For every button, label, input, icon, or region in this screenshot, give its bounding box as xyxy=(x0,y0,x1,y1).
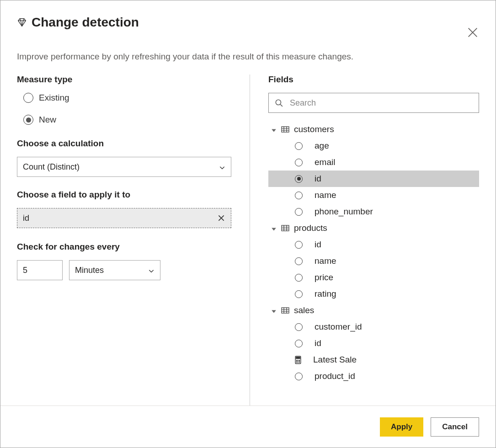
field-apply-label: Choose a field to apply it to xyxy=(17,190,231,200)
fields-search-input[interactable] xyxy=(268,93,479,113)
applied-field-box[interactable]: id xyxy=(17,208,231,228)
field-row[interactable]: customer_id xyxy=(268,319,479,335)
table-row[interactable]: customers xyxy=(268,121,479,138)
field-name: customer_id xyxy=(315,322,362,332)
field-name: age xyxy=(315,141,329,151)
table-icon xyxy=(281,225,289,231)
field-radio-icon xyxy=(295,241,303,249)
diamond-icon xyxy=(17,17,27,27)
field-name: rating xyxy=(315,289,336,299)
table-row[interactable]: products xyxy=(268,220,479,236)
field-radio-icon xyxy=(295,290,303,298)
table-name: sales xyxy=(294,305,314,315)
field-name: Latest Sale xyxy=(313,355,357,365)
radio-existing[interactable]: Existing xyxy=(23,93,231,103)
close-button[interactable] xyxy=(466,26,479,39)
dialog-subtitle: Improve performance by only refreshing y… xyxy=(17,52,479,62)
search-icon xyxy=(275,99,283,107)
expand-icon xyxy=(271,308,277,313)
svg-point-6 xyxy=(297,360,298,361)
expand-icon xyxy=(271,127,277,132)
svg-point-7 xyxy=(299,360,299,361)
calculator-icon xyxy=(295,356,301,364)
calculation-select[interactable]: Count (Distinct) xyxy=(17,157,231,177)
calculation-label: Choose a calculation xyxy=(17,139,231,149)
field-row[interactable]: price xyxy=(268,269,479,286)
field-radio-icon xyxy=(295,257,303,265)
table-row[interactable]: sales xyxy=(268,302,479,319)
fields-tree[interactable]: customersageemailidnamephone_numberprodu… xyxy=(268,121,479,405)
field-row[interactable]: id xyxy=(268,236,479,253)
dialog-title: Change detection xyxy=(32,15,139,30)
field-row[interactable]: email xyxy=(268,154,479,171)
cancel-button[interactable]: Cancel xyxy=(431,417,479,437)
table-icon xyxy=(281,307,289,314)
interval-label: Check for changes every xyxy=(17,242,231,252)
field-radio-icon xyxy=(295,159,303,166)
field-radio-icon xyxy=(295,323,303,331)
field-name: product_id xyxy=(315,371,355,381)
field-row[interactable]: phone_number xyxy=(268,203,479,220)
field-row[interactable]: rating xyxy=(268,286,479,302)
interval-value-input[interactable] xyxy=(17,260,63,280)
calculation-value: Count (Distinct) xyxy=(23,162,80,172)
table-name: customers xyxy=(294,124,334,134)
measure-type-label: Measure type xyxy=(17,75,231,85)
field-row[interactable]: name xyxy=(268,253,479,269)
field-radio-icon xyxy=(295,340,303,347)
svg-point-0 xyxy=(276,100,281,105)
svg-point-9 xyxy=(299,362,299,363)
radio-new[interactable]: New xyxy=(23,115,231,125)
clear-field-button[interactable] xyxy=(217,214,225,222)
interval-unit-select[interactable]: Minutes xyxy=(69,260,160,280)
apply-button[interactable]: Apply xyxy=(380,417,423,437)
field-row[interactable]: age xyxy=(268,138,479,154)
field-radio-icon xyxy=(295,142,303,150)
expand-icon xyxy=(271,225,277,231)
field-radio-icon xyxy=(295,175,303,183)
field-radio-icon xyxy=(295,373,303,380)
field-name: id xyxy=(315,338,321,348)
field-row[interactable]: id xyxy=(268,335,479,352)
field-name: id xyxy=(315,174,321,184)
radio-label-new: New xyxy=(39,115,56,125)
field-row[interactable]: Latest Sale xyxy=(268,352,479,368)
applied-field-value: id xyxy=(23,213,29,223)
field-name: price xyxy=(315,272,333,283)
radio-icon xyxy=(23,115,33,125)
chevron-down-icon xyxy=(219,164,225,170)
field-radio-icon xyxy=(295,208,303,216)
field-radio-icon xyxy=(295,192,303,199)
field-name: name xyxy=(315,190,336,200)
field-name: id xyxy=(315,240,321,250)
field-name: name xyxy=(315,256,336,266)
table-name: products xyxy=(294,223,327,233)
table-icon xyxy=(281,126,289,133)
chevron-down-icon xyxy=(148,267,155,273)
svg-rect-2 xyxy=(282,225,289,231)
field-row[interactable]: product_id xyxy=(268,368,479,384)
radio-label-existing: Existing xyxy=(39,93,69,103)
interval-unit-value: Minutes xyxy=(75,266,104,275)
field-row[interactable]: id xyxy=(268,171,479,187)
svg-rect-1 xyxy=(282,127,289,132)
svg-rect-3 xyxy=(282,308,289,313)
fields-label: Fields xyxy=(268,75,479,85)
field-row[interactable]: name xyxy=(268,187,479,203)
measure-type-radio-group: Existing New xyxy=(17,93,231,125)
svg-rect-5 xyxy=(296,357,300,358)
radio-icon xyxy=(23,93,33,103)
field-radio-icon xyxy=(295,274,303,282)
field-name: phone_number xyxy=(315,207,373,217)
svg-point-8 xyxy=(297,362,298,363)
field-name: email xyxy=(315,157,335,167)
